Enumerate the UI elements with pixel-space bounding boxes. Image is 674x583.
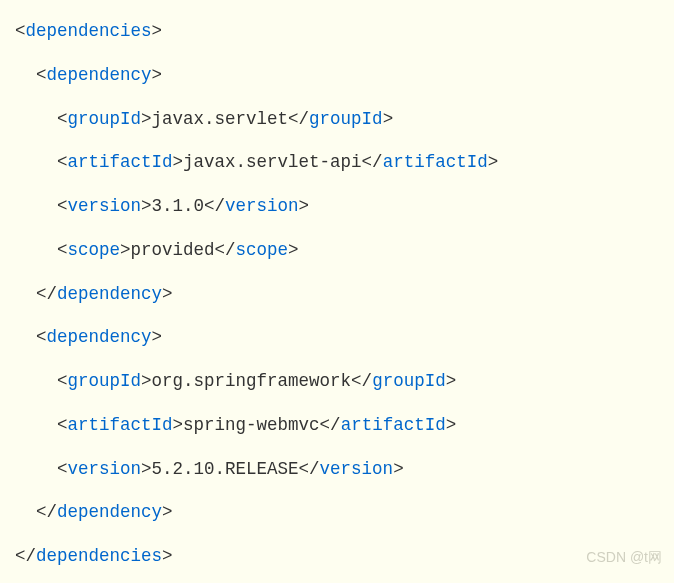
code-line: </dependency>: [15, 273, 664, 317]
code-line: <artifactId>javax.servlet-api</artifactI…: [15, 141, 664, 185]
xml-bracket: >: [152, 21, 163, 41]
xml-tag-name: dependency: [57, 284, 162, 304]
xml-text-content: provided: [131, 240, 215, 260]
xml-bracket: <: [36, 65, 47, 85]
xml-tag-name: groupId: [372, 371, 446, 391]
xml-text-content: javax.servlet: [152, 109, 289, 129]
code-line: <groupId>org.springframework</groupId>: [15, 360, 664, 404]
xml-bracket: >: [299, 196, 310, 216]
xml-tag-name: scope: [236, 240, 289, 260]
xml-text-content: spring-webmvc: [183, 415, 320, 435]
xml-bracket: >: [446, 371, 457, 391]
xml-tag-name: version: [68, 196, 142, 216]
xml-bracket: >: [288, 240, 299, 260]
xml-bracket: >: [488, 152, 499, 172]
watermark-text: CSDN @t网: [586, 540, 662, 575]
xml-bracket: </: [299, 459, 320, 479]
xml-tag-name: artifactId: [383, 152, 488, 172]
xml-bracket: <: [36, 327, 47, 347]
xml-bracket: <: [57, 371, 68, 391]
xml-bracket: >: [141, 459, 152, 479]
xml-bracket: >: [173, 152, 184, 172]
xml-bracket: >: [393, 459, 404, 479]
xml-bracket: >: [152, 327, 163, 347]
xml-bracket: >: [152, 65, 163, 85]
xml-bracket: </: [204, 196, 225, 216]
code-line: <artifactId>spring-webmvc</artifactId>: [15, 404, 664, 448]
xml-bracket: >: [141, 109, 152, 129]
xml-bracket: <: [57, 109, 68, 129]
xml-bracket: </: [215, 240, 236, 260]
xml-bracket: >: [141, 371, 152, 391]
xml-bracket: <: [57, 459, 68, 479]
xml-bracket: </: [351, 371, 372, 391]
xml-bracket: >: [162, 502, 173, 522]
xml-tag-name: dependencies: [36, 546, 162, 566]
xml-bracket: </: [36, 502, 57, 522]
xml-tag-name: groupId: [68, 109, 142, 129]
code-line: <version>5.2.10.RELEASE</version>: [15, 448, 664, 492]
xml-bracket: >: [120, 240, 131, 260]
xml-tag-name: groupId: [309, 109, 383, 129]
xml-tag-name: dependencies: [26, 21, 152, 41]
xml-text-content: org.springframework: [152, 371, 352, 391]
xml-bracket: >: [173, 415, 184, 435]
xml-tag-name: version: [225, 196, 299, 216]
xml-tag-name: version: [320, 459, 394, 479]
xml-text-content: 3.1.0: [152, 196, 205, 216]
xml-tag-name: dependency: [47, 65, 152, 85]
xml-text-content: 5.2.10.RELEASE: [152, 459, 299, 479]
xml-tag-name: scope: [68, 240, 121, 260]
xml-tag-name: groupId: [68, 371, 142, 391]
code-line: <version>3.1.0</version>: [15, 185, 664, 229]
xml-bracket: <: [57, 196, 68, 216]
xml-tag-name: artifactId: [341, 415, 446, 435]
xml-tag-name: dependency: [47, 327, 152, 347]
xml-tag-name: dependency: [57, 502, 162, 522]
code-line: </dependencies>: [15, 535, 664, 579]
xml-bracket: >: [162, 284, 173, 304]
code-line: <scope>provided</scope>: [15, 229, 664, 273]
xml-bracket: </: [36, 284, 57, 304]
xml-bracket: <: [57, 415, 68, 435]
code-line: <dependencies>: [15, 10, 664, 54]
xml-bracket: <: [57, 152, 68, 172]
xml-bracket: >: [141, 196, 152, 216]
code-line: <dependency>: [15, 54, 664, 98]
xml-bracket: </: [288, 109, 309, 129]
xml-bracket: >: [383, 109, 394, 129]
code-line: </dependency>: [15, 491, 664, 535]
xml-bracket: </: [15, 546, 36, 566]
xml-tag-name: artifactId: [68, 152, 173, 172]
xml-tag-name: version: [68, 459, 142, 479]
code-block: <dependencies> <dependency> <groupId>jav…: [15, 10, 664, 579]
code-line: <dependency>: [15, 316, 664, 360]
xml-bracket: <: [15, 21, 26, 41]
xml-bracket: >: [162, 546, 173, 566]
xml-bracket: >: [446, 415, 457, 435]
xml-bracket: </: [320, 415, 341, 435]
xml-tag-name: artifactId: [68, 415, 173, 435]
code-line: <groupId>javax.servlet</groupId>: [15, 98, 664, 142]
xml-bracket: <: [57, 240, 68, 260]
xml-bracket: </: [362, 152, 383, 172]
xml-text-content: javax.servlet-api: [183, 152, 362, 172]
